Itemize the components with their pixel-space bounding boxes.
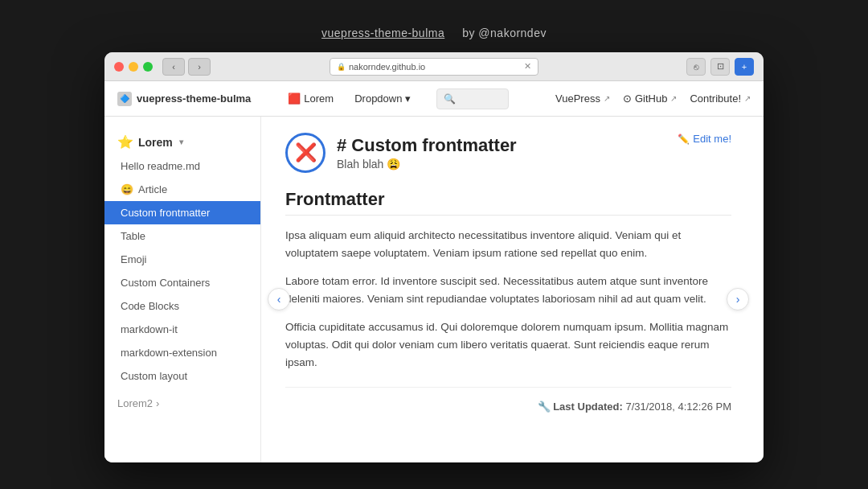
sidebar-item-hello-readme[interactable]: Hello readme.md — [104, 154, 260, 178]
github-ext-icon: ↗ — [670, 94, 677, 103]
share-icon[interactable]: ⎋ — [686, 58, 706, 76]
sidebar-item-custom-frontmatter[interactable]: Custom frontmatter — [104, 201, 260, 224]
carousel-prev-button[interactable]: ‹ — [268, 288, 290, 310]
forward-button[interactable]: › — [188, 58, 211, 76]
sidebar-section2-caret-icon: › — [156, 397, 159, 409]
brand-name: vuepress-theme-bulma — [137, 92, 251, 105]
navbar-right: VuePress ↗ ⊙ GitHub ↗ Contribute! ↗ — [555, 92, 751, 105]
sidebar: ⭐ Lorem ▾ Hello readme.md 😄 Article Cust… — [104, 117, 261, 462]
sidebar-item-label: Table — [121, 230, 145, 242]
last-updated: 🔧 Last Updated: 7/31/2018, 4:12:26 PM — [285, 387, 731, 413]
minimize-button[interactable] — [129, 62, 138, 72]
sidebar-item-article[interactable]: 😄 Article — [104, 178, 260, 201]
page-title: # Custom frontmatter — [337, 135, 517, 156]
traffic-lights — [114, 62, 153, 72]
search-icon: 🔍 — [444, 93, 456, 105]
star-icon: ⭐ — [117, 134, 133, 150]
paragraph-3: Officia cupiditate accusamus id. Qui dol… — [285, 318, 731, 371]
sidebar-item-custom-layout[interactable]: Custom layout — [104, 364, 260, 388]
brand-icon: 🔷 — [117, 92, 132, 106]
sidebar-item-label: Hello readme.md — [121, 160, 200, 172]
section-heading: Frontmatter — [285, 189, 731, 216]
vuepress-ext-icon: ↗ — [604, 94, 610, 103]
last-updated-label: Last Updated: — [553, 401, 623, 413]
close-button[interactable] — [114, 62, 124, 72]
sidebar-item-label: Article — [138, 183, 167, 195]
sidebar-item-custom-containers[interactable]: Custom Containers — [104, 271, 260, 294]
content-body: ‹ Ipsa aliquam eum aliquid architecto ne… — [285, 227, 731, 371]
github-link[interactable]: ⊙ GitHub ↗ — [623, 92, 677, 105]
lorem-icon: 🟥 — [288, 92, 301, 105]
address-bar[interactable]: 🔒 nakorndev.github.io ✕ — [330, 58, 538, 76]
content-area: ❌ # Custom frontmatter Blah blah 😩 ✏️ Ed… — [261, 117, 764, 462]
edit-label: Edit me! — [693, 133, 731, 145]
tab-icon[interactable]: ⊡ — [710, 58, 730, 76]
sidebar-section-label: Lorem — [138, 136, 173, 149]
sidebar-item-code-blocks[interactable]: Code Blocks — [104, 294, 260, 318]
page-icon: ❌ — [285, 133, 326, 173]
contribute-ext-icon: ↗ — [744, 94, 751, 103]
url-text: nakorndev.github.io — [349, 62, 425, 72]
nav-buttons: ‹ › — [162, 58, 211, 76]
sidebar-item-label: Custom Containers — [121, 277, 210, 289]
vuepress-link[interactable]: VuePress ↗ — [555, 92, 610, 105]
github-label: GitHub — [635, 92, 667, 105]
page-title-block: # Custom frontmatter Blah blah 😩 — [337, 135, 517, 171]
page-header-left: ❌ # Custom frontmatter Blah blah 😩 — [285, 133, 517, 173]
sidebar-section-lorem[interactable]: ⭐ Lorem ▾ — [104, 129, 260, 154]
top-label: vuepress-theme-bulma by @nakorndev — [321, 27, 547, 39]
carousel-next-button[interactable]: › — [727, 288, 749, 310]
search-box[interactable]: 🔍 — [436, 88, 509, 109]
sidebar-item-label: Code Blocks — [121, 300, 179, 312]
main-layout: ⭐ Lorem ▾ Hello readme.md 😄 Article Cust… — [104, 117, 764, 462]
new-tab-button[interactable]: + — [735, 58, 754, 76]
lock-icon: 🔒 — [337, 63, 346, 71]
navbar: 🔷 vuepress-theme-bulma 🟥 Lorem Dropdown … — [104, 81, 764, 117]
sidebar-item-label: Custom layout — [121, 370, 187, 382]
contribute-label: Contribute! — [690, 92, 741, 105]
sidebar-item-label: markdown-it — [121, 323, 178, 335]
page-header: ❌ # Custom frontmatter Blah blah 😩 ✏️ Ed… — [285, 133, 731, 173]
contribute-link[interactable]: Contribute! ↗ — [690, 92, 751, 105]
sidebar-item-label: Custom frontmatter — [121, 207, 210, 219]
edit-icon: ✏️ — [678, 134, 690, 145]
sidebar-section-lorem2[interactable]: Lorem2 › — [104, 388, 260, 414]
page-subtitle: Blah blah 😩 — [337, 158, 517, 171]
sidebar-item-label: Emoji — [121, 253, 147, 265]
browser-window: ‹ › 🔒 nakorndev.github.io ✕ ⎋ ⊡ + 🔷 vuep… — [104, 52, 764, 462]
sidebar-item-markdown-it[interactable]: markdown-it — [104, 318, 260, 341]
navbar-dropdown[interactable]: Dropdown ▾ — [354, 92, 411, 105]
titlebar-right: ⎋ ⊡ + — [686, 58, 754, 76]
sidebar-item-table[interactable]: Table — [104, 224, 260, 248]
maximize-button[interactable] — [143, 62, 153, 72]
navbar-lorem[interactable]: 🟥 Lorem — [283, 89, 338, 108]
back-button[interactable]: ‹ — [162, 58, 185, 76]
paragraph-2: Labore totam error. Id inventore suscipi… — [285, 273, 731, 307]
github-icon: ⊙ — [623, 92, 632, 105]
edit-link[interactable]: ✏️ Edit me! — [678, 133, 731, 145]
dropdown-caret-icon: ▾ — [405, 92, 411, 105]
navbar-brand[interactable]: 🔷 vuepress-theme-bulma — [117, 92, 251, 106]
top-by: by @nakorndev — [462, 27, 547, 39]
close-tab-button[interactable]: ✕ — [524, 61, 531, 72]
sidebar-item-label: markdown-extension — [121, 347, 217, 359]
page-icon-emoji: ❌ — [295, 142, 317, 163]
dropdown-label: Dropdown — [354, 92, 402, 105]
paragraph-1: Ipsa aliquam eum aliquid architecto nece… — [285, 227, 731, 261]
sidebar-item-emoji[interactable]: Emoji — [104, 248, 260, 271]
sidebar-section-caret-icon: ▾ — [179, 138, 183, 146]
top-link[interactable]: vuepress-theme-bulma — [321, 27, 444, 39]
vuepress-label: VuePress — [555, 92, 600, 105]
sidebar-item-markdown-extension[interactable]: markdown-extension — [104, 341, 260, 364]
sidebar-section2-label: Lorem2 — [117, 397, 153, 409]
last-updated-value: 7/31/2018, 4:12:26 PM — [625, 401, 731, 413]
titlebar: ‹ › 🔒 nakorndev.github.io ✕ ⎋ ⊡ + — [104, 52, 764, 81]
lorem-label: Lorem — [304, 92, 334, 105]
article-emoji: 😄 — [121, 183, 133, 195]
wrench-icon: 🔧 — [538, 401, 551, 413]
